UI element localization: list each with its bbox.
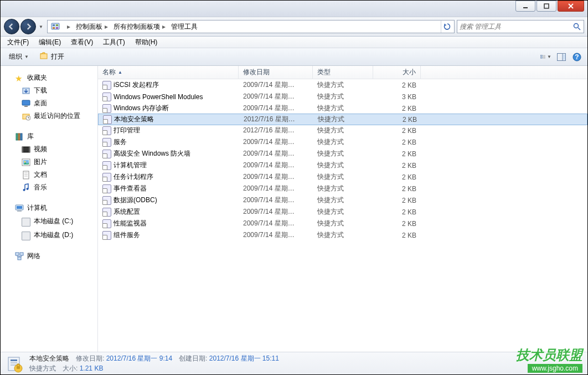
file-date: 2009/7/14 星期… [239,80,313,90]
breadcrumb-item[interactable]: 控制面板▸ [73,20,111,33]
maximize-button[interactable] [537,1,556,12]
table-row[interactable]: 任务计划程序 2009/7/14 星期… 快捷方式 2 KB [98,171,587,183]
svg-rect-31 [29,147,30,152]
sidebar-item-label: 本地磁盘 (C:) [34,217,73,226]
breadcrumb-root-dropdown[interactable]: ▸ [62,20,73,33]
svg-rect-1 [544,4,549,8]
chevron-down-icon: ▼ [547,54,551,59]
table-row[interactable]: 打印管理 2012/7/16 星期… 快捷方式 2 KB [98,125,587,136]
chevron-down-icon: ▼ [24,54,29,59]
menu-view[interactable]: 查看(V) [66,37,97,48]
svg-rect-35 [23,171,29,179]
table-row[interactable]: 系统配置 2009/7/14 星期… 快捷方式 2 KB [98,206,587,218]
documents-icon [22,171,30,179]
file-date: 2009/7/14 星期… [239,92,313,101]
sidebar-item-recent[interactable]: 最近访问的位置 [1,110,97,122]
sidebar-item-music[interactable]: 音乐 [1,181,97,194]
help-button[interactable]: ? [571,51,583,63]
file-name: iSCSI 发起程序 [114,80,159,90]
search-input[interactable] [460,23,572,30]
sidebar[interactable]: 收藏夹 下载 桌面 最近访问的位置 库 视频 图片 文档 音乐 计算机 本地磁盘… [1,66,98,352]
file-name: 服务 [114,137,127,147]
table-row[interactable]: 本地安全策略 2012/7/16 星期… 快捷方式 2 KB [98,114,587,125]
open-button[interactable]: 打开 [36,49,68,64]
refresh-button[interactable] [441,20,453,33]
details-mod-value: 2012/7/16 星期一 9:14 [106,355,172,362]
column-type[interactable]: 类型 [313,66,373,79]
details-name: 本地安全策略 [29,354,69,363]
sidebar-item-documents[interactable]: 文档 [1,168,97,181]
file-type: 快捷方式 [313,80,373,90]
table-row[interactable]: Windows 内存诊断 2009/7/14 星期… 快捷方式 2 KB [98,102,587,114]
sidebar-libraries[interactable]: 库 [1,130,97,143]
nav-history-dropdown[interactable]: ▼ [37,21,45,32]
sidebar-item-desktop[interactable]: 桌面 [1,97,97,110]
file-size: 2 KB [373,173,421,181]
sidebar-computer[interactable]: 计算机 [1,202,97,214]
breadcrumb-bar[interactable]: ▸ 控制面板▸ 所有控制面板项▸ 管理工具 [47,20,455,33]
desktop-icon [22,99,30,108]
svg-rect-28 [20,133,22,140]
back-button[interactable] [4,19,19,34]
preview-pane-button[interactable] [555,51,568,63]
svg-rect-4 [56,24,58,26]
sidebar-favorites[interactable]: 收藏夹 [1,71,97,84]
column-name[interactable]: 名称▲ [98,66,239,79]
forward-button[interactable] [20,19,36,34]
file-size: 2 KB [373,197,421,204]
table-row[interactable]: 数据源(ODBC) 2009/7/14 星期… 快捷方式 2 KB [98,194,587,206]
table-row[interactable]: 高级安全 Windows 防火墙 2009/7/14 星期… 快捷方式 2 KB [98,148,587,160]
sidebar-item-downloads[interactable]: 下载 [1,84,97,97]
search-icon[interactable] [572,22,581,31]
file-size: 2 KB [373,220,421,228]
file-name: Windows PowerShell Modules [114,93,203,101]
sidebar-group-computer: 计算机 本地磁盘 (C:) 本地磁盘 (D:) [1,202,97,242]
minimize-button[interactable] [515,1,535,12]
pictures-icon [22,158,30,167]
sidebar-network[interactable]: 网络 [1,250,97,263]
column-label: 类型 [317,68,331,77]
menu-file[interactable]: 文件(F) [3,37,33,48]
column-headers: 名称▲ 修改日期 类型 大小 [98,66,587,79]
svg-rect-5 [53,27,55,29]
file-name: 任务计划程序 [114,172,153,182]
sidebar-group-network: 网络 [1,250,97,263]
close-button[interactable] [558,1,584,12]
file-list[interactable]: 名称▲ 修改日期 类型 大小 iSCSI 发起程序 2009/7/14 星期… … [98,66,587,352]
search-box[interactable] [457,20,584,33]
view-options-button[interactable]: ▼ [540,51,552,63]
table-row[interactable]: 服务 2009/7/14 星期… 快捷方式 2 KB [98,136,587,148]
sidebar-label: 库 [27,132,34,141]
shortcut-icon [102,138,111,147]
file-name: 计算机管理 [114,161,147,170]
sidebar-item-drive-d[interactable]: 本地磁盘 (D:) [1,228,97,242]
table-row[interactable]: 事件查看器 2009/7/14 星期… 快捷方式 2 KB [98,183,587,194]
organize-button[interactable]: 组织 ▼ [5,50,33,64]
menu-edit[interactable]: 编辑(E) [34,37,65,48]
file-rows: iSCSI 发起程序 2009/7/14 星期… 快捷方式 2 KB Windo… [98,79,587,241]
table-row[interactable]: 性能监视器 2009/7/14 星期… 快捷方式 2 KB [98,218,587,229]
table-row[interactable]: iSCSI 发起程序 2009/7/14 星期… 快捷方式 2 KB [98,79,587,91]
file-name: 组件服务 [114,230,140,240]
sidebar-item-videos[interactable]: 视频 [1,143,97,156]
breadcrumb-item[interactable]: 管理工具 [168,20,200,33]
shortcut-icon [102,150,111,158]
menu-tools[interactable]: 工具(T) [99,37,129,48]
shortcut-icon [102,126,111,135]
column-size[interactable]: 大小 [373,66,421,79]
table-row[interactable]: 计算机管理 2009/7/14 星期… 快捷方式 2 KB [98,160,587,171]
table-row[interactable]: Windows PowerShell Modules 2009/7/14 星期…… [98,91,587,102]
sidebar-label: 网络 [27,251,40,261]
file-size: 2 KB [373,138,421,146]
videos-icon [22,145,30,154]
column-date[interactable]: 修改日期 [239,66,313,79]
sidebar-item-label: 视频 [34,145,47,154]
sidebar-item-pictures[interactable]: 图片 [1,156,97,168]
control-panel-icon [50,22,60,32]
sidebar-item-drive-c[interactable]: 本地磁盘 (C:) [1,214,97,228]
table-row[interactable]: 组件服务 2009/7/14 星期… 快捷方式 2 KB [98,229,587,241]
svg-rect-3 [53,24,55,26]
menu-help[interactable]: 帮助(H) [131,37,162,48]
svg-rect-44 [16,253,19,255]
breadcrumb-item[interactable]: 所有控制面板项▸ [111,20,168,33]
